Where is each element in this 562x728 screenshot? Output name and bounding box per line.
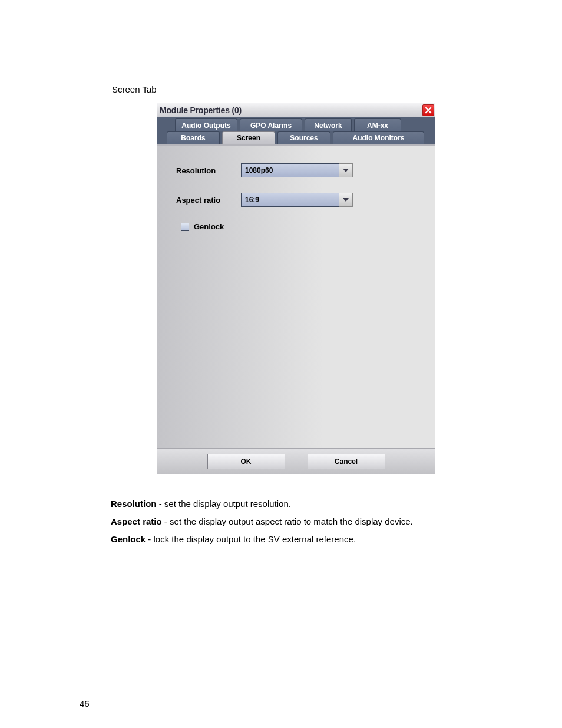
resolution-label: Resolution — [176, 166, 241, 175]
tab-audio-monitors[interactable]: Audio Monitors — [333, 131, 424, 144]
tab-gpo-alarms[interactable]: GPO Alarms — [240, 118, 302, 131]
page-number: 46 — [80, 699, 90, 709]
tab-content: Resolution 1080p60 Aspect ratio 16:9 — [157, 144, 435, 448]
close-button[interactable] — [422, 104, 434, 116]
dialog-button-bar: OK Cancel — [157, 448, 435, 474]
dialog-title: Module Properties (0) — [160, 106, 242, 115]
tab-screen[interactable]: Screen — [222, 131, 275, 144]
chevron-down-icon — [343, 198, 349, 202]
resolution-dropdown[interactable]: 1080p60 — [241, 163, 353, 177]
tab-sources[interactable]: Sources — [277, 131, 330, 144]
genlock-checkbox[interactable] — [181, 223, 189, 231]
aspect-ratio-label: Aspect ratio — [176, 196, 241, 205]
cancel-button[interactable]: Cancel — [308, 454, 385, 469]
aspect-ratio-dropdown-button[interactable] — [339, 193, 353, 207]
section-title: Screen Tab — [112, 84, 157, 94]
module-properties-dialog: Module Properties (0) Audio Outputs GPO … — [157, 103, 435, 473]
tab-network[interactable]: Network — [305, 118, 352, 131]
dialog-titlebar: Module Properties (0) — [157, 103, 435, 117]
chevron-down-icon — [343, 169, 349, 172]
description-resolution: Resolution - set the display output reso… — [111, 498, 291, 510]
tab-am-xx[interactable]: AM-xx — [354, 118, 401, 131]
close-icon — [425, 107, 432, 114]
term-genlock: Genlock — [111, 534, 146, 544]
resolution-dropdown-button[interactable] — [339, 163, 353, 177]
term-resolution: Resolution — [111, 499, 157, 509]
term-aspect: Aspect ratio — [111, 516, 162, 526]
text-resolution: - set the display output resolution. — [157, 499, 291, 509]
ok-button[interactable]: OK — [207, 454, 285, 469]
resolution-value: 1080p60 — [241, 163, 339, 177]
text-genlock: - lock the display output to the SV exte… — [146, 534, 356, 544]
aspect-ratio-value: 16:9 — [241, 193, 339, 207]
tab-audio-outputs[interactable]: Audio Outputs — [175, 118, 237, 131]
text-aspect: - set the display output aspect ratio to… — [162, 516, 413, 526]
description-genlock: Genlock - lock the display output to the… — [111, 533, 356, 545]
description-aspect: Aspect ratio - set the display output as… — [111, 516, 413, 528]
tab-area: Audio Outputs GPO Alarms Network AM-xx B… — [157, 117, 435, 144]
genlock-label: Genlock — [194, 222, 224, 231]
aspect-ratio-dropdown[interactable]: 16:9 — [241, 193, 353, 207]
tab-boards[interactable]: Boards — [167, 131, 220, 144]
